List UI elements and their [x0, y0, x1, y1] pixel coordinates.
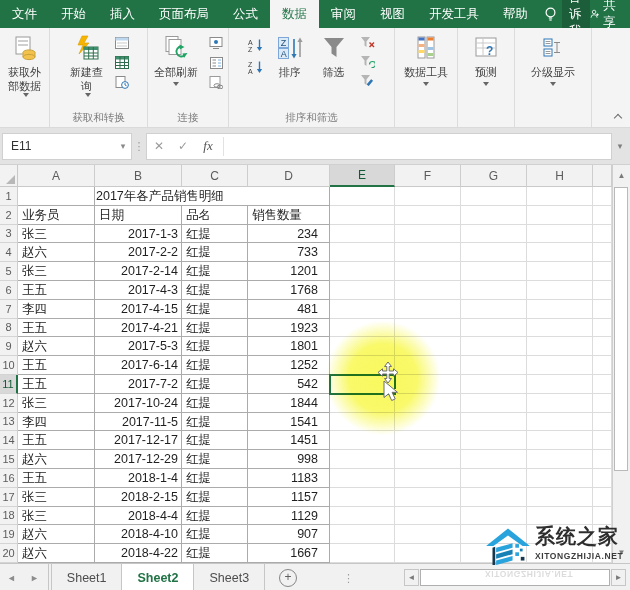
tab-file[interactable]: 文件 [0, 0, 49, 28]
cell-H1[interactable] [527, 187, 593, 206]
column-header-partial[interactable] [593, 165, 612, 187]
name-box[interactable]: E11 ▾ [2, 133, 132, 160]
cell-H5[interactable] [527, 262, 593, 281]
cell-header-C2[interactable]: 品名 [182, 206, 248, 225]
enter-icon[interactable]: ✓ [171, 139, 195, 153]
column-header-G[interactable]: G [461, 165, 527, 187]
cell-G16[interactable] [461, 469, 527, 488]
cell-D16[interactable]: 1183 [248, 469, 330, 488]
cell-A14[interactable]: 王五 [18, 431, 95, 450]
cell-C5[interactable]: 红提 [182, 262, 248, 281]
cell-title-B1-D1[interactable]: 2017年各产品销售明细 [95, 187, 330, 206]
cell-H3[interactable] [527, 225, 593, 244]
cell-E17[interactable] [330, 488, 395, 507]
cell-B16[interactable]: 2018-1-4 [95, 469, 182, 488]
row-header-16[interactable]: 16 [0, 469, 18, 488]
row-header-17[interactable]: 17 [0, 488, 18, 507]
cell-G5[interactable] [461, 262, 527, 281]
cancel-icon[interactable]: ✕ [147, 139, 171, 153]
cell-C18[interactable]: 红提 [182, 507, 248, 526]
cell-G20[interactable] [461, 544, 527, 563]
vertical-scrollbar[interactable]: ▲ ▼ [612, 165, 630, 563]
cell-A5[interactable]: 张三 [18, 262, 95, 281]
cell-G9[interactable] [461, 337, 527, 356]
cell-header-A2[interactable]: 业务员 [18, 206, 95, 225]
cell-E7[interactable] [330, 300, 395, 319]
cell-D8[interactable]: 1923 [248, 319, 330, 338]
scroll-down-icon[interactable]: ▼ [614, 544, 629, 561]
share-button[interactable]: 共享 [590, 0, 621, 28]
cell-F16[interactable] [395, 469, 461, 488]
reapply-filter-icon[interactable] [359, 54, 377, 69]
cell-D20[interactable]: 1667 [248, 544, 330, 563]
cell-H16[interactable] [527, 469, 593, 488]
cell-F9[interactable] [395, 337, 461, 356]
row-header-19[interactable]: 19 [0, 525, 18, 544]
cell-partial14[interactable] [593, 431, 612, 450]
cell-A20[interactable]: 赵六 [18, 544, 95, 563]
cell-E14[interactable] [330, 431, 395, 450]
cell-E19[interactable] [330, 525, 395, 544]
cell-F4[interactable] [395, 243, 461, 262]
cell-E13[interactable] [330, 413, 395, 432]
outline-button[interactable]: 分级显示 [520, 31, 586, 88]
forecast-button[interactable]: ? 预测 [459, 31, 513, 88]
sort-ascending-icon[interactable]: AZ [247, 37, 265, 52]
tab-view[interactable]: 视图 [368, 0, 417, 28]
cell-D5[interactable]: 1201 [248, 262, 330, 281]
row-header-14[interactable]: 14 [0, 431, 18, 450]
row-header-11[interactable]: 11 [0, 375, 18, 394]
cell-B17[interactable]: 2018-2-15 [95, 488, 182, 507]
cell-H15[interactable] [527, 450, 593, 469]
row-header-9[interactable]: 9 [0, 337, 18, 356]
horizontal-scrollbar[interactable]: ◄ ► [404, 569, 626, 586]
cell-B15[interactable]: 2017-12-29 [95, 450, 182, 469]
sort-descending-icon[interactable]: ZA [247, 59, 265, 74]
cell-C12[interactable]: 红提 [182, 394, 248, 413]
tab-data[interactable]: 数据 [270, 0, 319, 28]
cell-E3[interactable] [330, 225, 395, 244]
cell-H18[interactable] [527, 507, 593, 526]
cell-G6[interactable] [461, 281, 527, 300]
advanced-filter-icon[interactable] [359, 73, 377, 88]
column-header-A[interactable]: A [18, 165, 95, 187]
tab-help[interactable]: 帮助 [491, 0, 540, 28]
cell-E2[interactable] [330, 206, 395, 225]
expand-formula-bar-icon[interactable]: ▾ [612, 141, 628, 151]
cell-C11[interactable]: 红提 [182, 375, 248, 394]
cell-H13[interactable] [527, 413, 593, 432]
cell-G7[interactable] [461, 300, 527, 319]
cell-B18[interactable]: 2018-4-4 [95, 507, 182, 526]
cell-C16[interactable]: 红提 [182, 469, 248, 488]
cell-A6[interactable]: 王五 [18, 281, 95, 300]
cell-H6[interactable] [527, 281, 593, 300]
cell-B7[interactable]: 2017-4-15 [95, 300, 182, 319]
cell-G4[interactable] [461, 243, 527, 262]
cell-D18[interactable]: 1129 [248, 507, 330, 526]
cell-D7[interactable]: 481 [248, 300, 330, 319]
cell-D12[interactable]: 1844 [248, 394, 330, 413]
edit-links-icon[interactable] [207, 75, 225, 90]
next-sheet-icon[interactable]: ► [23, 564, 46, 590]
cell-G14[interactable] [461, 431, 527, 450]
cell-A8[interactable]: 王五 [18, 319, 95, 338]
cell-H14[interactable] [527, 431, 593, 450]
row-header-1[interactable]: 1 [0, 187, 18, 206]
cell-H17[interactable] [527, 488, 593, 507]
cell-B5[interactable]: 2017-2-14 [95, 262, 182, 281]
cell-partial16[interactable] [593, 469, 612, 488]
tab-page-layout[interactable]: 页面布局 [147, 0, 221, 28]
cell-B19[interactable]: 2018-4-10 [95, 525, 182, 544]
column-header-C[interactable]: C [182, 165, 248, 187]
cell-H10[interactable] [527, 356, 593, 375]
column-header-D[interactable]: D [248, 165, 330, 187]
cell-E6[interactable] [330, 281, 395, 300]
cell-partial19[interactable] [593, 525, 612, 544]
cell-B9[interactable]: 2017-5-3 [95, 337, 182, 356]
cell-E8[interactable] [330, 319, 395, 338]
from-table-icon[interactable] [113, 55, 131, 70]
row-header-4[interactable]: 4 [0, 243, 18, 262]
cell-F15[interactable] [395, 450, 461, 469]
tab-developer[interactable]: 开发工具 [417, 0, 491, 28]
cell-F13[interactable] [395, 413, 461, 432]
